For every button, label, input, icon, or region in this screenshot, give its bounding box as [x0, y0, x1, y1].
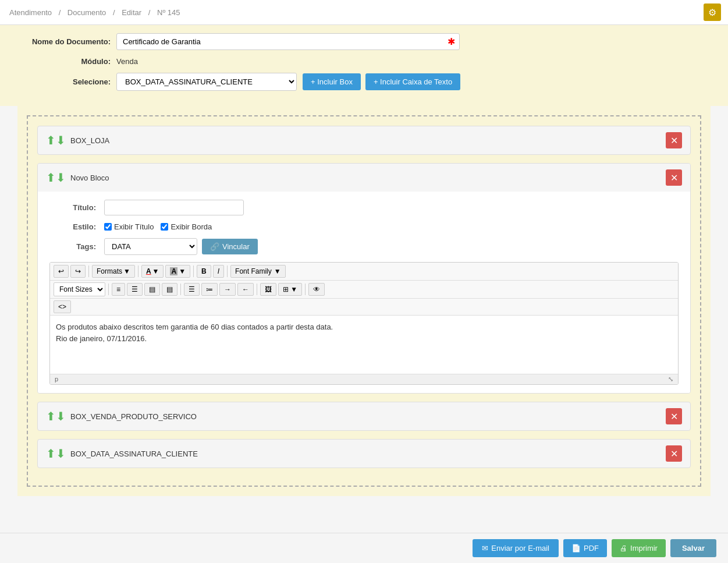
breadcrumb-atendimento[interactable]: Atendimento	[9, 8, 52, 17]
font-bg-chevron: ▼	[179, 267, 186, 275]
unordered-list-button[interactable]: ☰	[184, 283, 200, 296]
tags-row: Tags: DATA 🔗 Vincular	[49, 238, 679, 255]
table-button[interactable]: ⊞ ▼	[278, 283, 302, 296]
breadcrumb-sep1: /	[59, 8, 63, 17]
novo-bloco-header: ⬆⬇ Novo Bloco ✕	[38, 164, 690, 192]
modulo-value: Venda	[116, 57, 138, 66]
top-bar: Atendimento / Documento / Editar / Nº 14…	[0, 0, 728, 25]
align-left-button[interactable]: ≡	[112, 283, 125, 296]
email-button[interactable]: ✉ Enviar por E-mail	[473, 539, 559, 557]
font-sizes-dropdown[interactable]: Font Sizes	[54, 282, 105, 296]
font-bg-a: A	[170, 267, 177, 275]
formats-dropdown-button[interactable]: Formats ▼	[92, 265, 135, 278]
italic-button[interactable]: I	[213, 265, 224, 278]
pdf-button[interactable]: 📄 PDF	[563, 539, 607, 557]
divider4	[227, 265, 228, 277]
exibir-titulo-text: Exibir Título	[114, 222, 154, 231]
divider5	[108, 284, 109, 295]
bold-label: B	[201, 267, 207, 275]
source-button[interactable]: <>	[54, 300, 71, 313]
pdf-icon: 📄	[571, 544, 581, 553]
sort-icon-novo-bloco[interactable]: ⬆⬇	[46, 171, 66, 185]
source-label: <>	[58, 303, 66, 311]
remove-box-data-button[interactable]: ✕	[666, 445, 682, 462]
footer-bar: ✉ Enviar por E-mail 📄 PDF 🖨 Imprimir Sal…	[0, 533, 728, 563]
incluir-box-button[interactable]: + Incluir Box	[303, 73, 361, 90]
titulo-input[interactable]	[104, 200, 244, 215]
exibir-borda-label[interactable]: Exibir Borda	[161, 222, 212, 231]
form-section: Nome do Documento: ✱ Módulo: Venda Selec…	[0, 25, 728, 106]
salvar-button[interactable]: Salvar	[670, 539, 716, 557]
divider2	[138, 265, 139, 277]
divider6	[180, 284, 181, 295]
email-label: Enviar por E-mail	[491, 544, 549, 553]
dashed-container: ⬆⬇ BOX_LOJA ✕ ⬆⬇ Novo Bloco ✕ Título:	[27, 115, 701, 487]
print-icon: 🖨	[620, 544, 627, 553]
align-justify-button[interactable]: ▤	[162, 283, 177, 296]
block-label-box-loja: BOX_LOJA	[70, 136, 109, 145]
required-star: ✱	[448, 36, 455, 47]
align-right-button[interactable]: ▤	[144, 283, 160, 296]
rte-resize-handle[interactable]: ⤡	[668, 376, 673, 383]
undo-button[interactable]: ↩	[54, 265, 69, 278]
rte-wrapper: ↩ ↪ Formats ▼ A ▼ A	[49, 262, 679, 385]
outdent-button[interactable]: ←	[237, 283, 254, 296]
divider8	[305, 284, 306, 295]
image-button[interactable]: 🖼	[260, 283, 276, 296]
sort-icon-box-data[interactable]: ⬆⬇	[46, 447, 66, 461]
remove-novo-bloco-button[interactable]: ✕	[666, 169, 682, 186]
exibir-borda-checkbox[interactable]	[161, 223, 168, 231]
tags-dropdown[interactable]: DATA	[104, 238, 197, 255]
block-box-venda: ⬆⬇ BOX_VENDA_PRODUTO_SERVICO ✕	[37, 402, 691, 431]
block-label-novo-bloco: Novo Bloco	[70, 173, 109, 182]
selecione-dropdown[interactable]: BOX_DATA_ASSINATURA_CLIENTE	[116, 73, 297, 91]
preview-button[interactable]: 👁	[308, 283, 325, 296]
redo-button[interactable]: ↪	[70, 265, 86, 278]
divider3	[193, 265, 194, 277]
block-label-box-data: BOX_DATA_ASSINATURA_CLIENTE	[70, 449, 198, 458]
nome-label: Nome do Documento:	[17, 37, 111, 46]
nome-input[interactable]	[116, 33, 460, 50]
rte-paragraph-1: Os produtos abaixo descritos tem garanti…	[56, 321, 672, 333]
breadcrumb-documento[interactable]: Documento	[68, 8, 106, 17]
estilo-row: Estilo: Exibir Título Exibir Borda	[49, 222, 679, 231]
block-box-loja: ⬆⬇ BOX_LOJA ✕	[37, 126, 691, 155]
tags-controls: DATA 🔗 Vincular	[104, 238, 258, 255]
bold-button[interactable]: B	[197, 265, 211, 278]
remove-box-loja-button[interactable]: ✕	[666, 132, 682, 148]
imprimir-button[interactable]: 🖨 Imprimir	[612, 539, 666, 557]
font-color-chevron: ▼	[152, 267, 159, 275]
font-bg-button[interactable]: A ▼	[165, 265, 190, 278]
block-label-box-venda: BOX_VENDA_PRODUTO_SERVICO	[70, 412, 197, 421]
breadcrumb-editar[interactable]: Editar	[122, 8, 141, 17]
vincular-button[interactable]: 🔗 Vincular	[202, 239, 258, 254]
sort-icon-box-loja[interactable]: ⬆⬇	[46, 133, 66, 147]
font-color-a: A	[146, 267, 151, 275]
ordered-list-button[interactable]: ≔	[201, 283, 218, 296]
font-family-button[interactable]: Font Family ▼	[230, 265, 286, 278]
remove-box-venda-button[interactable]: ✕	[666, 408, 682, 424]
modulo-row: Módulo: Venda	[17, 57, 711, 66]
tags-label: Tags:	[49, 242, 96, 251]
formats-label: Formats	[97, 267, 122, 275]
exibir-borda-text: Exibir Borda	[171, 222, 212, 231]
novo-bloco-body: Título: Estilo: Exibir Título Exibir Bor…	[38, 192, 690, 393]
sort-icon-box-venda[interactable]: ⬆⬇	[46, 409, 66, 423]
gear-button[interactable]: ⚙	[704, 3, 721, 21]
divider1	[88, 265, 89, 277]
nome-wrapper: ✱	[116, 33, 460, 50]
document-area: ⬆⬇ BOX_LOJA ✕ ⬆⬇ Novo Bloco ✕ Título:	[17, 106, 711, 496]
incluir-caixa-button[interactable]: + Incluir Caixa de Texto	[365, 73, 460, 90]
estilo-checkboxes: Exibir Título Exibir Borda	[104, 222, 212, 231]
link-icon: 🔗	[210, 242, 219, 251]
formats-chevron: ▼	[123, 267, 130, 275]
font-color-button[interactable]: A ▼	[141, 265, 164, 278]
novo-bloco-card: ⬆⬇ Novo Bloco ✕ Título: Estilo:	[37, 163, 691, 394]
rte-toolbar-row2: Font Sizes ≡ ☰ ▤ ▤ ☰ ≔ → ← 🖼	[50, 281, 678, 299]
pdf-label: PDF	[584, 544, 599, 553]
exibir-titulo-label[interactable]: Exibir Título	[104, 222, 154, 231]
rte-content[interactable]: Os produtos abaixo descritos tem garanti…	[50, 316, 678, 374]
indent-button[interactable]: →	[219, 283, 236, 296]
align-center-button[interactable]: ☰	[127, 283, 143, 296]
exibir-titulo-checkbox[interactable]	[104, 223, 112, 231]
